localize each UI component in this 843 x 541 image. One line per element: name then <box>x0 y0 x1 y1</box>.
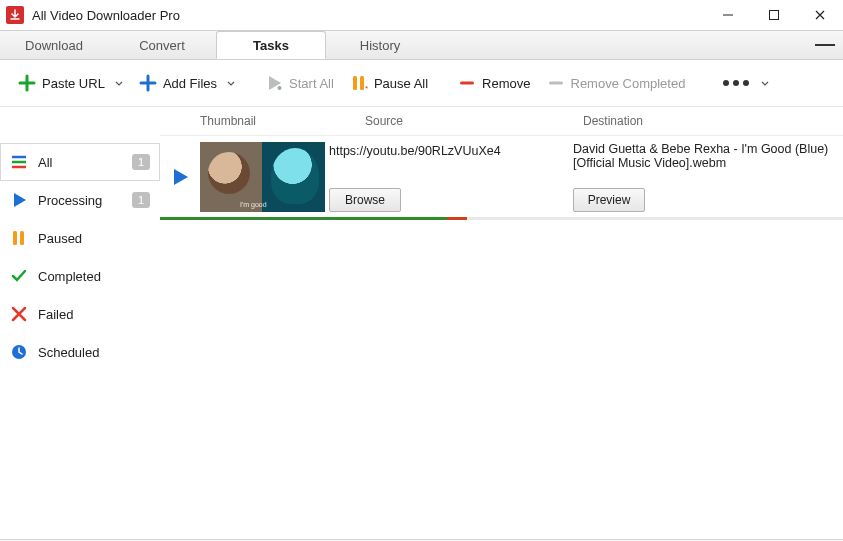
window-controls <box>705 0 843 30</box>
svg-text:*: * <box>365 84 368 92</box>
task-row[interactable]: I'm good https://youtu.be/90RLzVUuXe4 Br… <box>160 136 843 221</box>
play-icon <box>265 74 283 92</box>
pause-all-button[interactable]: * Pause All <box>344 70 434 96</box>
dots-icon <box>723 80 749 86</box>
start-all-button[interactable]: Start All <box>259 70 340 96</box>
sidebar-item-label: Completed <box>38 269 101 284</box>
browse-button[interactable]: Browse <box>329 188 401 212</box>
count-badge: 1 <box>132 154 150 170</box>
sidebar-item-processing[interactable]: Processing 1 <box>0 181 160 219</box>
thumb-text: I'm good <box>240 201 321 208</box>
svg-rect-1 <box>770 11 779 20</box>
pause-icon: * <box>350 74 368 92</box>
task-status-icon[interactable] <box>160 142 200 212</box>
tab-tasks[interactable]: Tasks <box>216 31 326 59</box>
sidebar-item-label: Scheduled <box>38 345 99 360</box>
start-all-label: Start All <box>289 76 334 91</box>
svg-point-2 <box>278 86 282 90</box>
minus-icon <box>547 74 565 92</box>
more-button[interactable] <box>709 72 775 95</box>
tab-download[interactable]: Download <box>0 31 108 59</box>
count-badge: 1 <box>132 192 150 208</box>
col-thumbnail[interactable]: Thumbnail <box>160 114 365 128</box>
paste-url-label: Paste URL <box>42 76 105 91</box>
col-destination[interactable]: Destination <box>583 114 843 128</box>
svg-rect-6 <box>460 82 474 85</box>
sidebar-item-label: Paused <box>38 231 82 246</box>
source-url: https://youtu.be/90RLzVUuXe4 <box>329 144 565 158</box>
destination-cell: David Guetta & Bebe Rexha - I'm Good (Bl… <box>573 142 843 212</box>
main-tabs: Download Convert Tasks History <box>0 31 843 60</box>
preview-button[interactable]: Preview <box>573 188 645 212</box>
remove-completed-label: Remove Completed <box>571 76 686 91</box>
sidebar-item-completed[interactable]: Completed <box>0 257 160 295</box>
sidebar-item-label: Processing <box>38 193 102 208</box>
add-files-button[interactable]: Add Files <box>133 70 241 96</box>
app-title: All Video Downloader Pro <box>32 8 705 23</box>
paste-url-button[interactable]: Paste URL <box>12 70 129 96</box>
remove-label: Remove <box>482 76 530 91</box>
plus-icon <box>139 74 157 92</box>
toolbar: Paste URL Add Files Start All * Pause Al… <box>0 60 843 107</box>
sidebar-item-label: Failed <box>38 307 73 322</box>
remove-completed-button[interactable]: Remove Completed <box>541 70 692 96</box>
tab-history[interactable]: History <box>326 31 434 59</box>
svg-rect-3 <box>353 76 357 90</box>
x-icon <box>10 305 28 323</box>
maximize-button[interactable] <box>751 0 797 30</box>
chevron-down-icon <box>761 76 769 91</box>
pause-all-label: Pause All <box>374 76 428 91</box>
body: All 1 Processing 1 Paused Completed Fail… <box>0 107 843 539</box>
source-cell: https://youtu.be/90RLzVUuXe4 Browse <box>325 142 573 212</box>
hamburger-icon <box>815 44 835 46</box>
check-icon <box>10 267 28 285</box>
app-icon <box>6 6 24 24</box>
title-bar: All Video Downloader Pro <box>0 0 843 31</box>
minimize-button[interactable] <box>705 0 751 30</box>
add-files-label: Add Files <box>163 76 217 91</box>
svg-rect-12 <box>20 231 24 245</box>
minus-icon <box>458 74 476 92</box>
menu-button[interactable] <box>807 31 843 59</box>
svg-rect-4 <box>360 76 364 90</box>
sidebar-item-failed[interactable]: Failed <box>0 295 160 333</box>
play-icon <box>10 191 28 209</box>
plus-icon <box>18 74 36 92</box>
column-headers: Thumbnail Source Destination <box>160 107 843 136</box>
destination-filename: David Guetta & Bebe Rexha - I'm Good (Bl… <box>573 142 833 170</box>
svg-rect-7 <box>549 82 563 85</box>
remove-button[interactable]: Remove <box>452 70 536 96</box>
tab-convert[interactable]: Convert <box>108 31 216 59</box>
sidebar-item-paused[interactable]: Paused <box>0 219 160 257</box>
main-panel: Thumbnail Source Destination I'm good ht… <box>160 107 843 539</box>
chevron-down-icon[interactable] <box>227 76 235 91</box>
list-icon <box>10 153 28 171</box>
sidebar-item-label: All <box>38 155 52 170</box>
pause-icon <box>10 229 28 247</box>
sidebar: All 1 Processing 1 Paused Completed Fail… <box>0 107 160 539</box>
thumbnail: I'm good <box>200 142 325 212</box>
sidebar-item-scheduled[interactable]: Scheduled <box>0 333 160 371</box>
progress-bar <box>160 217 843 220</box>
sidebar-item-all[interactable]: All 1 <box>0 143 160 181</box>
chevron-down-icon[interactable] <box>115 76 123 91</box>
svg-rect-11 <box>13 231 17 245</box>
clock-icon <box>10 343 28 361</box>
close-button[interactable] <box>797 0 843 30</box>
col-source[interactable]: Source <box>365 114 583 128</box>
